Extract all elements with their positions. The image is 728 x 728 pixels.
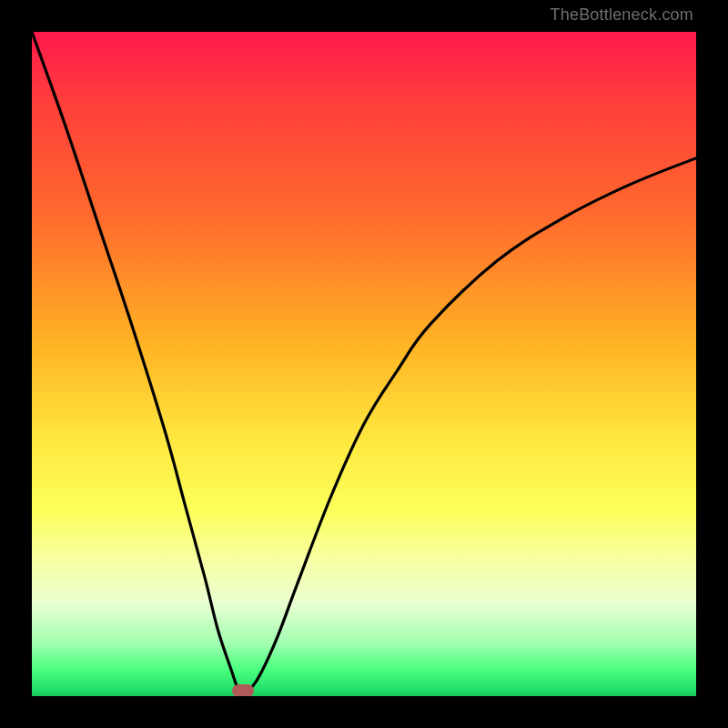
watermark-text: TheBottleneck.com — [551, 5, 693, 25]
plot-area — [32, 32, 696, 696]
bottleneck-curve — [32, 32, 696, 696]
chart-stage: TheBottleneck.com — [0, 0, 728, 728]
optimal-point-marker — [232, 684, 254, 696]
